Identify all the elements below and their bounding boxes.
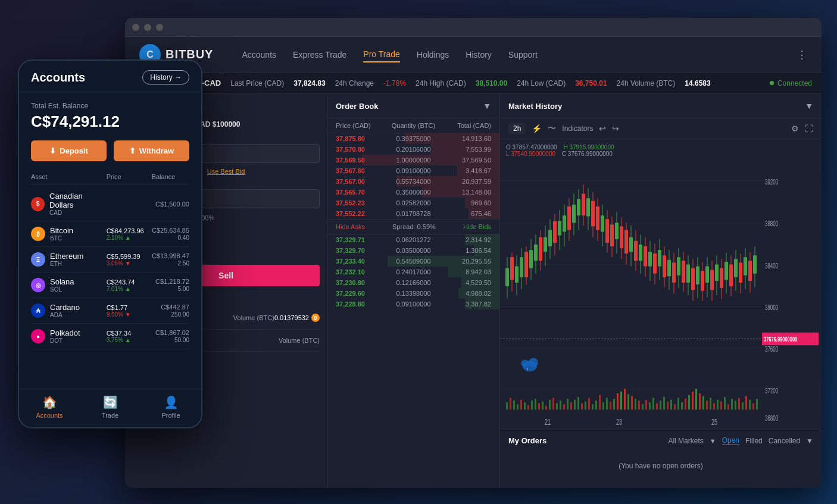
trade-nav-icon: 🔄 (103, 395, 118, 409)
btc-price-col: C$64,273.96 2.10% ▲ (107, 227, 152, 241)
ask-qty-8: 0.01798728 (388, 210, 439, 217)
svg-rect-112 (563, 215, 566, 231)
chart-panel: Market History ▼ 2h ⚡ 〜 Indicators ↩ ↪ ⚙… (500, 94, 822, 488)
svg-rect-138 (624, 230, 628, 254)
browser-titlebar (125, 18, 822, 37)
svg-text:38800: 38800 (765, 220, 778, 228)
svg-rect-23 (531, 400, 533, 409)
col-price: Price (107, 173, 152, 180)
svg-rect-130 (605, 219, 609, 243)
nav-header: C BITBUY Accounts Express Trade Pro Trad… (125, 37, 822, 73)
bid-row-7: 37,228.80 0.09100000 3,387.82 (327, 299, 499, 309)
ask-price-7: 37,552.23 (336, 199, 388, 206)
sol-symbol: SOL (50, 286, 74, 293)
ask-qty-4: 0.09100000 (388, 167, 439, 174)
svg-rect-122 (586, 198, 590, 217)
ob-col-price: Price (CAD) (336, 122, 388, 129)
svg-rect-33 (567, 399, 569, 409)
asset-info-cad: $ Canadian Dollars CAD (31, 192, 107, 216)
svg-rect-16 (506, 402, 508, 409)
svg-rect-83 (745, 396, 747, 410)
mobile-deposit-button[interactable]: ⬇ Deposit (31, 140, 107, 161)
chart-settings-icon[interactable]: ⚙ (791, 124, 799, 133)
svg-rect-162 (682, 261, 685, 283)
svg-rect-55 (645, 400, 647, 410)
asset-info-eth: Ξ Ethereum ETH (31, 252, 107, 267)
mobile-app-title: Accounts (31, 71, 85, 84)
nav-link-express-trade[interactable]: Express Trade (293, 48, 346, 62)
svg-rect-124 (591, 201, 595, 227)
profile-nav-icon: 👤 (164, 395, 179, 409)
chart-redo-icon[interactable]: ↪ (612, 124, 619, 133)
all-markets-btn[interactable]: All Markets (668, 437, 703, 445)
svg-rect-170 (701, 271, 704, 291)
svg-rect-51 (631, 396, 633, 410)
indicators-btn[interactable]: Indicators (562, 124, 593, 133)
mobile-balance-label: Total Est. Balance (31, 102, 189, 110)
orders-tab-filled[interactable]: Filled (745, 437, 763, 445)
hide-bids-btn[interactable]: Hide Bids (463, 223, 491, 230)
chart-undo-icon[interactable]: ↩ (599, 124, 606, 133)
svg-rect-54 (642, 404, 644, 409)
orderbook-headers: Price (CAD) Quantity (BTC) Total (CAD) (327, 118, 499, 133)
svg-rect-56 (649, 402, 651, 409)
bid-price-6: 37,229.60 (336, 290, 388, 297)
mobile-history-button[interactable]: History → (142, 70, 189, 84)
svg-rect-36 (577, 397, 579, 409)
nav-link-holdings[interactable]: Holdings (417, 48, 449, 62)
svg-rect-156 (667, 260, 671, 276)
nav-link-history[interactable]: History (466, 48, 492, 62)
hide-asks-btn[interactable]: Hide Asks (336, 223, 365, 230)
sol-change: 7.01% ▲ (107, 286, 152, 292)
mobile-nav-profile[interactable]: 👤 Profile (140, 395, 201, 419)
svg-rect-42 (599, 395, 601, 409)
svg-rect-78 (727, 404, 729, 409)
svg-rect-69 (695, 389, 697, 409)
mobile-withdraw-button[interactable]: ⬆ Withdraw (114, 140, 189, 161)
svg-rect-52 (635, 399, 636, 409)
svg-point-197 (529, 358, 538, 367)
ask-row-2: 37,570.80 0.20106000 7,553.99 (327, 144, 499, 155)
chart-type-icon[interactable]: ⚡ (532, 124, 542, 133)
asset-row-dot: ● Polkadot DOT C$37.34 3.75% ▲ C$1,867.0… (31, 324, 189, 349)
bid-qty-2: 0.03500000 (388, 247, 439, 254)
chart-fullscreen-icon[interactable]: ⛶ (805, 124, 813, 133)
asset-row-ada: ₳ Cardano ADA C$1.77 9.50% ▼ C$442.87250… (31, 298, 189, 324)
ada-price: C$1.77 (107, 304, 152, 311)
nav-more-icon[interactable]: ⋮ (797, 48, 807, 61)
ask-row-8: 37,552.22 0.01798728 675.46 (327, 208, 499, 219)
svg-rect-90 (510, 257, 514, 280)
svg-rect-70 (699, 393, 701, 409)
svg-rect-22 (527, 405, 529, 410)
svg-rect-134 (615, 223, 619, 239)
svg-rect-182 (729, 264, 733, 286)
bid-price-3: 37,233.40 (336, 258, 388, 265)
btc-name: Bitcoin (50, 226, 73, 235)
chart-time-btn[interactable]: 2h (508, 123, 526, 134)
order-book-chevron-icon[interactable]: ▼ (483, 101, 491, 111)
svg-rect-38 (585, 402, 586, 410)
sol-price-col: C$243.74 7.01% ▲ (107, 278, 152, 292)
bid-row-1: 37,329.71 0.06201272 2,314.92 (327, 234, 499, 245)
ticker-bar: ☰ ₿ 🍁 BTC-CAD Last Price (CAD) 37,824.83… (125, 73, 822, 94)
mobile-balance: C$74,291.12 (31, 112, 189, 131)
nav-link-accounts[interactable]: Accounts (242, 48, 276, 62)
svg-rect-144 (639, 245, 642, 261)
nav-link-pro-trade[interactable]: Pro Trade (363, 47, 399, 62)
mobile-nav-accounts[interactable]: 🏠 Accounts (19, 395, 80, 419)
svg-rect-176 (715, 264, 719, 280)
svg-text:25: 25 (711, 417, 717, 426)
btc-symbol: BTC (50, 235, 73, 242)
nav-link-support[interactable]: Support (508, 48, 538, 62)
chart-wave-icon[interactable]: 〜 (548, 123, 556, 134)
bid-qty-5: 0.12166000 (388, 279, 439, 286)
orders-tab-cancelled[interactable]: Cancelled (769, 437, 800, 445)
orders-tab-open[interactable]: Open (722, 436, 739, 445)
ada-icon: ₳ (31, 303, 45, 318)
chart-chevron-icon[interactable]: ▼ (805, 101, 813, 111)
svg-rect-166 (691, 268, 695, 290)
ticker-change: -1.78% (383, 79, 406, 87)
svg-rect-27 (545, 406, 547, 409)
svg-rect-102 (539, 237, 542, 261)
mobile-nav-trade[interactable]: 🔄 Trade (80, 395, 140, 419)
